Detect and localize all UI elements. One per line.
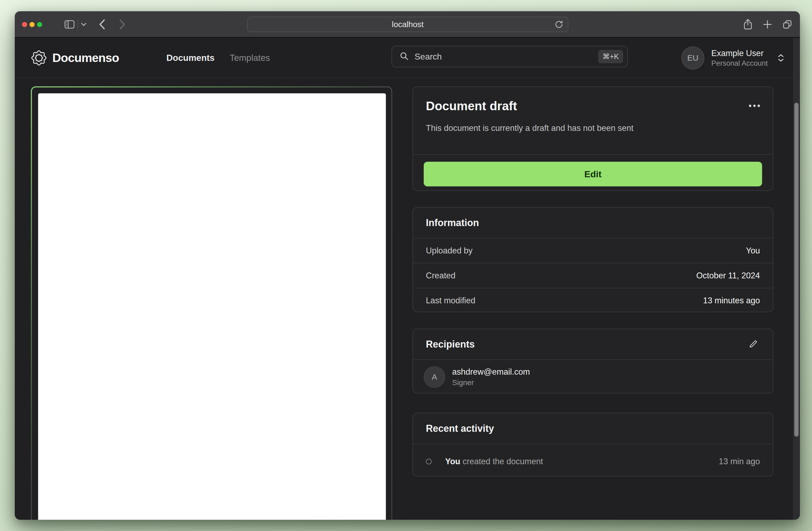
back-button[interactable] <box>99 11 105 38</box>
traffic-lights <box>22 11 42 38</box>
search-input[interactable]: Search ⌘+K <box>392 46 628 67</box>
recipient-role: Signer <box>452 378 530 387</box>
activity-item: You created the document 13 min ago <box>413 444 773 476</box>
info-row-uploaded-by: Uploaded by You <box>413 238 773 263</box>
nav-documents[interactable]: Documents <box>166 53 215 63</box>
zoom-window-button[interactable] <box>37 22 42 27</box>
activity-dot-icon <box>426 459 432 464</box>
document-page <box>38 93 386 520</box>
toolbar-divider <box>77 20 78 28</box>
browser-toolbar: localhost <box>15 11 800 38</box>
document-draft-card: Document draft This document is currentl… <box>412 86 773 191</box>
information-title: Information <box>426 217 479 229</box>
account-type: Personal Account <box>711 59 768 68</box>
tab-overview-icon[interactable] <box>782 19 793 30</box>
recent-activity-card: Recent activity You created the document… <box>412 413 773 476</box>
account-switcher-icon <box>778 54 784 62</box>
nav-templates[interactable]: Templates <box>230 53 270 63</box>
info-row-created: Created October 11, 2024 <box>413 263 773 288</box>
more-options-icon[interactable] <box>749 105 760 107</box>
edit-button[interactable]: Edit <box>424 162 762 187</box>
edit-recipients-icon[interactable] <box>748 339 758 350</box>
draft-subtitle: This document is currently a draft and h… <box>426 123 760 134</box>
recipients-card: Recipients A ashdrew@email.com Signer <box>412 328 773 394</box>
user-name: Example User <box>711 48 768 59</box>
minimize-window-button[interactable] <box>30 22 34 27</box>
activity-action: created the document <box>463 457 543 466</box>
activity-time: 13 min ago <box>719 457 760 466</box>
activity-title: Recent activity <box>426 423 494 435</box>
user-names: Example User Personal Account <box>711 48 768 68</box>
user-avatar: EU <box>681 46 705 70</box>
document-preview-frame <box>31 86 392 520</box>
draft-card-header: Document draft This document is currentl… <box>413 87 773 154</box>
documenso-seal-icon <box>31 50 47 66</box>
close-window-button[interactable] <box>22 22 27 27</box>
documenso-logo[interactable]: Documenso <box>31 38 119 78</box>
page-content: Document draft This document is currentl… <box>15 78 800 520</box>
info-row-last-modified: Last modified 13 minutes ago <box>413 288 773 312</box>
new-tab-icon[interactable] <box>762 19 772 29</box>
reload-icon[interactable] <box>554 17 564 32</box>
app-header: Documenso Documents Templates Search ⌘+K… <box>15 38 800 78</box>
recipient-row: A ashdrew@email.com Signer <box>413 360 773 394</box>
scrollbar-thumb[interactable] <box>794 103 799 437</box>
draft-card-footer: Edit <box>413 155 773 191</box>
account-menu[interactable]: EU Example User Personal Account <box>681 38 784 78</box>
draft-title: Document draft <box>426 99 517 113</box>
recipient-avatar: A <box>424 366 445 388</box>
recipient-email: ashdrew@email.com <box>452 367 530 377</box>
share-icon[interactable] <box>742 18 753 30</box>
activity-text: You created the document <box>445 457 543 466</box>
address-url: localhost <box>392 20 423 29</box>
toolbar-right-icons <box>742 11 793 38</box>
recipients-title: Recipients <box>426 338 475 351</box>
forward-button[interactable] <box>119 11 126 38</box>
search-icon <box>400 51 409 62</box>
information-card: Information Uploaded by You Created Octo… <box>412 207 773 312</box>
sidebar-toggle-icon[interactable] <box>64 11 75 38</box>
sidebar-chevron-down-icon[interactable] <box>81 11 87 38</box>
brand-name: Documenso <box>52 51 119 65</box>
document-preview-inner <box>32 87 391 520</box>
scrollbar-track <box>793 38 800 520</box>
search-shortcut-badge: ⌘+K <box>598 50 623 63</box>
activity-actor: You <box>445 457 460 466</box>
main-nav: Documents Templates <box>166 38 270 78</box>
search-placeholder: Search <box>415 52 442 62</box>
address-bar[interactable]: localhost <box>247 17 568 32</box>
browser-window: localhost <box>15 11 800 520</box>
